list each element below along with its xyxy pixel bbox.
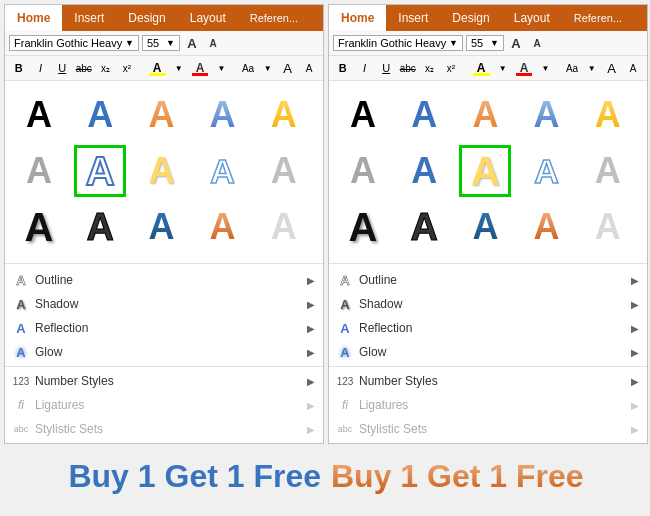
right-bold-btn[interactable]: B: [333, 58, 353, 78]
right-decrease-font[interactable]: A: [528, 34, 546, 52]
right-highlight-arrow[interactable]: ▼: [495, 59, 511, 77]
left-strike-btn[interactable]: abc: [74, 58, 94, 78]
rwa-cell-0-1[interactable]: A: [398, 89, 450, 141]
right-underline-btn[interactable]: U: [376, 58, 396, 78]
right-tab-insert[interactable]: Insert: [386, 5, 440, 31]
left-font-color-arrow[interactable]: ▼: [213, 59, 229, 77]
right-panel: Home Insert Design Layout Referen... Fra…: [328, 4, 648, 444]
wa-cell-1-4[interactable]: A: [258, 145, 310, 197]
rwa-cell-1-2[interactable]: A: [459, 145, 511, 197]
left-highlight-btn[interactable]: A: [146, 58, 169, 78]
right-shrink-btn[interactable]: A: [623, 58, 643, 78]
left-increase-font[interactable]: A: [183, 34, 201, 52]
right-strike-btn[interactable]: abc: [398, 58, 418, 78]
left-menu-glow[interactable]: A Glow ▶: [5, 340, 323, 364]
wa-cell-1-3[interactable]: A: [197, 145, 249, 197]
right-font-name[interactable]: Franklin Gothic Heavy ▼: [333, 35, 463, 51]
right-promo-text: Buy 1 Get 1 Free: [331, 458, 584, 495]
left-tab-insert[interactable]: Insert: [62, 5, 116, 31]
right-tab-home[interactable]: Home: [329, 5, 386, 31]
right-grow-btn[interactable]: A: [602, 58, 622, 78]
rwa-cell-1-1[interactable]: A: [398, 145, 450, 197]
right-italic-btn[interactable]: I: [355, 58, 375, 78]
rwa-cell-0-3[interactable]: A: [521, 89, 573, 141]
wa-cell-0-0[interactable]: A: [13, 89, 65, 141]
right-tab-referen[interactable]: Referen...: [562, 5, 634, 31]
left-menu-reflection[interactable]: A Reflection ▶: [5, 316, 323, 340]
right-font-color-btn[interactable]: A: [513, 58, 536, 78]
rwa-cell-1-4[interactable]: A: [582, 145, 634, 197]
right-menu-shadow[interactable]: A Shadow ▶: [329, 292, 647, 316]
right-case-btn[interactable]: Aa: [562, 58, 582, 78]
shadow-arrow: ▶: [307, 299, 315, 310]
right-menu-stylistic-sets[interactable]: abc Stylistic Sets ▶: [329, 417, 647, 441]
left-sub-btn[interactable]: x₂: [96, 58, 116, 78]
left-grow-btn[interactable]: A: [278, 58, 298, 78]
left-menu-outline[interactable]: A Outline ▶: [5, 268, 323, 292]
left-panel: Home Insert Design Layout Referen... Fra…: [4, 4, 324, 444]
right-sub-btn[interactable]: x₂: [420, 58, 440, 78]
left-tab-design[interactable]: Design: [116, 5, 177, 31]
left-menu-items: A Outline ▶ A Shadow ▶ A Reflection ▶ A …: [5, 266, 323, 443]
wa-cell-0-3[interactable]: A: [197, 89, 249, 141]
right-sup-btn[interactable]: x²: [441, 58, 461, 78]
right-case-arrow[interactable]: ▼: [584, 59, 600, 77]
rwa-cell-2-3[interactable]: A: [521, 201, 573, 253]
right-menu-glow[interactable]: A Glow ▶: [329, 340, 647, 364]
wa-cell-1-0[interactable]: A: [13, 145, 65, 197]
left-shrink-btn[interactable]: A: [299, 58, 319, 78]
wa-cell-2-1[interactable]: A: [74, 201, 126, 253]
left-menu-stylistic-sets[interactable]: abc Stylistic Sets ▶: [5, 417, 323, 441]
left-case-arrow[interactable]: ▼: [260, 59, 276, 77]
wa-cell-2-2[interactable]: A: [135, 201, 187, 253]
right-menu-ligatures[interactable]: fi Ligatures ▶: [329, 393, 647, 417]
left-sup-btn[interactable]: x²: [117, 58, 137, 78]
left-tab-layout[interactable]: Layout: [178, 5, 238, 31]
left-tab-home[interactable]: Home: [5, 5, 62, 31]
left-italic-btn[interactable]: I: [31, 58, 51, 78]
rwa-cell-0-2[interactable]: A: [459, 89, 511, 141]
wa-cell-1-1[interactable]: A: [74, 145, 126, 197]
right-increase-font[interactable]: A: [507, 34, 525, 52]
r-glow-icon: A: [337, 344, 353, 360]
right-font-size[interactable]: 55 ▼: [466, 35, 504, 51]
left-bold-btn[interactable]: B: [9, 58, 29, 78]
right-menu-reflection[interactable]: A Reflection ▶: [329, 316, 647, 340]
right-font-color-arrow[interactable]: ▼: [537, 59, 553, 77]
right-highlight-btn[interactable]: A: [470, 58, 493, 78]
wa-cell-2-4[interactable]: A: [258, 201, 310, 253]
wa-cell-0-4[interactable]: A: [258, 89, 310, 141]
rwa-cell-0-0[interactable]: A: [337, 89, 389, 141]
wa-cell-2-3[interactable]: A: [197, 201, 249, 253]
wa-cell-0-1[interactable]: A: [74, 89, 126, 141]
left-menu-number-styles[interactable]: 123 Number Styles ▶: [5, 369, 323, 393]
left-underline-btn[interactable]: U: [52, 58, 72, 78]
wa-cell-0-2[interactable]: A: [135, 89, 187, 141]
left-highlight-arrow[interactable]: ▼: [171, 59, 187, 77]
number-styles-arrow: ▶: [307, 376, 315, 387]
left-menu-shadow[interactable]: A Shadow ▶: [5, 292, 323, 316]
left-tab-referen[interactable]: Referen...: [238, 5, 310, 31]
rwa-cell-1-0[interactable]: A: [337, 145, 389, 197]
right-menu-number-styles[interactable]: 123 Number Styles ▶: [329, 369, 647, 393]
rwa-cell-0-4[interactable]: A: [582, 89, 634, 141]
left-menu-ligatures[interactable]: fi Ligatures ▶: [5, 393, 323, 417]
reflection-icon: A: [13, 320, 29, 336]
left-font-color-btn[interactable]: A: [189, 58, 212, 78]
rwa-cell-2-4[interactable]: A: [582, 201, 634, 253]
left-decrease-font[interactable]: A: [204, 34, 222, 52]
shadow-label: Shadow: [35, 297, 301, 311]
left-font-name[interactable]: Franklin Gothic Heavy ▼: [9, 35, 139, 51]
rwa-cell-2-1[interactable]: A: [398, 201, 450, 253]
wa-cell-1-2[interactable]: A: [135, 145, 187, 197]
left-font-size[interactable]: 55 ▼: [142, 35, 180, 51]
right-tab-design[interactable]: Design: [440, 5, 501, 31]
r-ligatures-label: Ligatures: [359, 398, 625, 412]
rwa-cell-2-2[interactable]: A: [459, 201, 511, 253]
rwa-cell-2-0[interactable]: A: [337, 201, 389, 253]
right-menu-outline[interactable]: A Outline ▶: [329, 268, 647, 292]
right-tab-layout[interactable]: Layout: [502, 5, 562, 31]
rwa-cell-1-3[interactable]: A: [521, 145, 573, 197]
wa-cell-2-0[interactable]: A: [13, 201, 65, 253]
left-case-btn[interactable]: Aa: [238, 58, 258, 78]
